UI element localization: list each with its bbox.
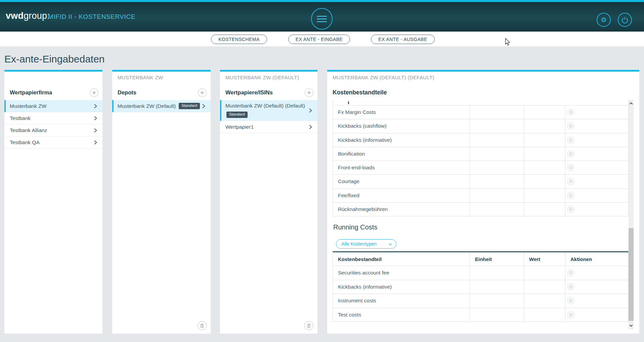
vertical-scrollbar[interactable] [629, 100, 634, 329]
cost-row-einheit-cell [470, 175, 524, 188]
standard-badge: Standard [226, 112, 248, 118]
running-cost-wert-cell [524, 266, 565, 280]
cost-row-wert-cell [524, 175, 565, 188]
firms-list: Musterbank ZW Testbank Testbank Allianz … [4, 100, 102, 148]
tab-kostenschema[interactable]: KOSTENSCHEMA [211, 35, 267, 44]
cost-row-label: Courtage [333, 175, 470, 188]
cost-row: Fee/fixed [333, 189, 628, 203]
cost-row-wert-cell [524, 105, 565, 119]
cost-row-wert-cell [524, 203, 565, 216]
add-depot-button[interactable] [198, 88, 207, 97]
cost-row-einheit-cell [470, 161, 524, 174]
gear-icon[interactable] [567, 269, 574, 276]
gear-icon[interactable] [567, 206, 574, 213]
securities-panel-header: MUSTERBANK ZW (DEFAULT) [225, 75, 299, 80]
cost-row-actions-cell [565, 133, 628, 147]
depots-section-row: Depots [112, 88, 211, 98]
add-firm-button[interactable] [90, 88, 98, 97]
gear-icon[interactable] [567, 297, 574, 304]
running-cost-row-label: Instrument costs [333, 294, 470, 308]
cost-row-wert-cell [524, 161, 565, 174]
tab-ex-ante-ausgabe[interactable]: EX ANTE - AUSGABE [371, 35, 435, 44]
hamburger-bar [317, 18, 327, 19]
detail-scroll-viewport: Fx Margin Costs Kickbacks (cashflow) [333, 100, 634, 329]
logo-rest-part: group: [24, 11, 50, 21]
scrollbar-down-arrow-icon[interactable] [629, 322, 634, 329]
gear-icon[interactable] [567, 283, 574, 291]
gear-icon[interactable] [567, 178, 574, 185]
chevron-right-icon [92, 103, 98, 109]
settings-gear-icon[interactable] [597, 13, 611, 27]
running-cost-actions-cell [565, 280, 628, 294]
kostenbestandteile-title: Kostenbestandteile [333, 89, 387, 96]
cost-row-einheit-cell [470, 105, 524, 119]
vwd-group-logo: vwdgroup: [6, 11, 50, 21]
scrollbar-up-arrow-icon[interactable] [629, 100, 634, 107]
cost-type-filter-select[interactable]: Alle Kostentypen [336, 239, 396, 249]
depot-item-musterbank-zw-default[interactable]: Musterbank ZW (Default) Standard [112, 100, 211, 112]
detail-panel: MUSTERBANK ZW (DEFAULT) (DEFAULT) Kosten… [327, 70, 639, 334]
nav-strip: KOSTENSCHEMA EX ANTE - EINGABE EX ANTE -… [0, 32, 644, 46]
running-cost-row-label: Securities account fee [333, 266, 470, 280]
cost-row-wert-cell [524, 189, 565, 202]
standard-badge: Standard [179, 103, 200, 109]
depots-list: Musterbank ZW (Default) Standard [112, 100, 211, 112]
firm-item-musterbank-zw[interactable]: Musterbank ZW [4, 100, 102, 112]
chevron-right-icon [92, 139, 98, 145]
security-item-label: Musterbank ZW (Default) (Default) [225, 103, 317, 109]
chevron-right-icon [92, 115, 98, 121]
hamburger-bar [317, 21, 327, 22]
gear-icon[interactable] [567, 150, 574, 158]
chevron-right-icon [307, 124, 313, 130]
cost-row: Rücknahmegebühren [333, 203, 628, 216]
running-cost-row: Kickbacks (informative) [333, 280, 628, 294]
hamburger-menu-icon[interactable] [311, 8, 333, 30]
cost-row-label: Fee/fixed [333, 189, 470, 202]
power-logout-icon[interactable] [618, 13, 632, 27]
running-cost-row: Instrument costs [333, 294, 628, 308]
securities-list: Musterbank ZW (Default) (Default) Standa… [220, 100, 317, 133]
cost-row-actions-cell [565, 189, 628, 202]
gear-icon[interactable] [567, 136, 574, 144]
cost-row-label: Fx Margin Costs [333, 105, 470, 119]
running-cost-einheit-cell [470, 266, 524, 280]
gear-icon[interactable] [567, 164, 574, 171]
gear-icon[interactable] [567, 311, 574, 318]
firm-item-testbank[interactable]: Testbank [4, 112, 102, 124]
running-cost-row-label: Kickbacks (informative) [333, 280, 470, 294]
scrollbar-thumb[interactable] [629, 228, 634, 321]
running-cost-actions-cell [565, 294, 628, 308]
detail-panel-header: MUSTERBANK ZW (DEFAULT) (DEFAULT) [333, 75, 434, 80]
gear-icon[interactable] [567, 192, 574, 199]
page-title: Ex-ante-Eingabedaten [4, 53, 105, 65]
application-window: vwdgroup: MIFID II - KOSTENSERVICE [0, 0, 644, 342]
cost-row-wert-cell [524, 133, 565, 147]
cost-row: Front-end-loads [333, 161, 628, 175]
chevron-right-icon [307, 108, 313, 114]
security-item-musterbank-default-default[interactable]: Musterbank ZW (Default) (Default) Standa… [220, 100, 317, 121]
firm-item-testbank-qa[interactable]: Testbank QA [4, 136, 102, 148]
clipped-text-fragment [348, 101, 349, 104]
cost-row-einheit-cell [470, 203, 524, 216]
firm-item-label: Testbank [10, 115, 31, 121]
chevron-right-icon [201, 103, 207, 109]
trash-icon[interactable] [198, 321, 207, 330]
gear-icon[interactable] [567, 109, 574, 116]
tab-ex-ante-eingabe[interactable]: EX ANTE - EINGABE [288, 35, 350, 44]
running-cost-row: Securities account fee [333, 266, 628, 280]
cost-row: Fx Margin Costs [333, 105, 628, 119]
cost-type-filter-value: Alle Kostentypen [341, 241, 377, 247]
trash-icon[interactable] [304, 321, 313, 330]
cost-row-actions-cell [565, 147, 628, 161]
cost-row-actions-cell [565, 105, 628, 119]
cost-row-label: Bonification [333, 147, 470, 161]
cost-row-label: Rücknahmegebühren [333, 203, 470, 216]
add-security-button[interactable] [305, 88, 313, 97]
depots-section-title: Depots [118, 89, 136, 96]
firm-item-testbank-allianz[interactable]: Testbank Allianz [4, 124, 102, 136]
running-cost-wert-cell [524, 294, 565, 308]
security-item-wertpapier1[interactable]: Wertpapier1 [220, 121, 317, 133]
gear-icon[interactable] [567, 122, 574, 130]
chevron-down-icon [388, 242, 392, 246]
cost-row: Kickbacks (cashflow) [333, 119, 628, 133]
